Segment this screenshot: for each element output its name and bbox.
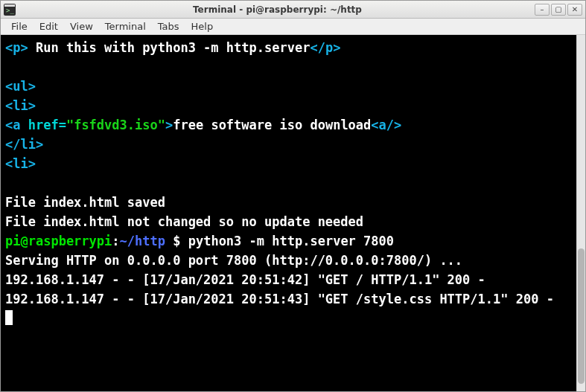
terminal-icon: >_: [4, 4, 16, 16]
tag-li-close: </li>: [5, 137, 43, 152]
window-controls: – ▢ ✕: [535, 4, 582, 16]
tag-li-open2: <li>: [5, 156, 36, 171]
svg-text:>_: >_: [6, 7, 14, 14]
maximize-icon: ▢: [555, 5, 561, 13]
tag-a-open: <a: [5, 118, 28, 132]
log-line-1: 192.168.1.147 - - [17/Jan/2021 20:51:42]…: [5, 272, 485, 287]
serve-line: Serving HTTP on 0.0.0.0 port 7800 (http:…: [5, 253, 462, 268]
close-icon: ✕: [572, 5, 578, 13]
p-text: Run this with python3 -m http.server: [28, 40, 310, 55]
menu-edit[interactable]: Edit: [34, 19, 64, 33]
prompt-path: ~/http: [120, 234, 165, 248]
tag-p-close: </p>: [310, 40, 340, 55]
window-title: Terminal - pi@raspberrypi: ~/http: [20, 4, 535, 15]
menu-help[interactable]: Help: [185, 19, 220, 33]
tag-p-open: <p>: [5, 40, 28, 55]
terminal-window: >_ Terminal - pi@raspberrypi: ~/http – ▢…: [0, 0, 586, 392]
attr-href: href=: [28, 118, 66, 132]
shell-command: python3 -m http.server 7800: [188, 234, 394, 248]
tag-li-open: <li>: [5, 98, 36, 113]
menu-view[interactable]: View: [64, 19, 99, 33]
log-line-2: 192.168.1.147 - - [17/Jan/2021 20:51:43]…: [5, 292, 554, 306]
scrollbar-thumb[interactable]: [578, 248, 585, 384]
prompt-user: pi@raspberrypi: [5, 234, 112, 248]
tag-ul-open: <ul>: [5, 79, 36, 94]
cursor: [5, 310, 13, 325]
minimize-button[interactable]: –: [535, 4, 550, 16]
prompt-sep: :: [112, 234, 119, 248]
a-text: free software iso download: [173, 118, 371, 132]
saved-line: File index.html saved: [5, 195, 165, 210]
nochange-line: File index.html not changed so no update…: [5, 214, 363, 229]
menu-terminal[interactable]: Terminal: [99, 19, 152, 33]
tag-a-close: <a/>: [371, 118, 401, 132]
menu-file[interactable]: File: [5, 19, 34, 33]
maximize-button[interactable]: ▢: [551, 4, 566, 16]
terminal-area: <p> Run this with python3 -m http.server…: [1, 35, 585, 391]
menu-tabs[interactable]: Tabs: [152, 19, 185, 33]
titlebar[interactable]: >_ Terminal - pi@raspberrypi: ~/http – ▢…: [1, 1, 585, 19]
a-close-bracket: >: [165, 118, 173, 132]
minimize-icon: –: [541, 5, 544, 13]
close-button[interactable]: ✕: [567, 4, 582, 16]
href-value: "fsfdvd3.iso": [66, 118, 165, 132]
menubar: File Edit View Terminal Tabs Help: [1, 19, 585, 35]
scrollbar[interactable]: [576, 35, 585, 391]
terminal-output[interactable]: <p> Run this with python3 -m http.server…: [1, 35, 576, 391]
prompt-dollar: $: [165, 234, 188, 248]
